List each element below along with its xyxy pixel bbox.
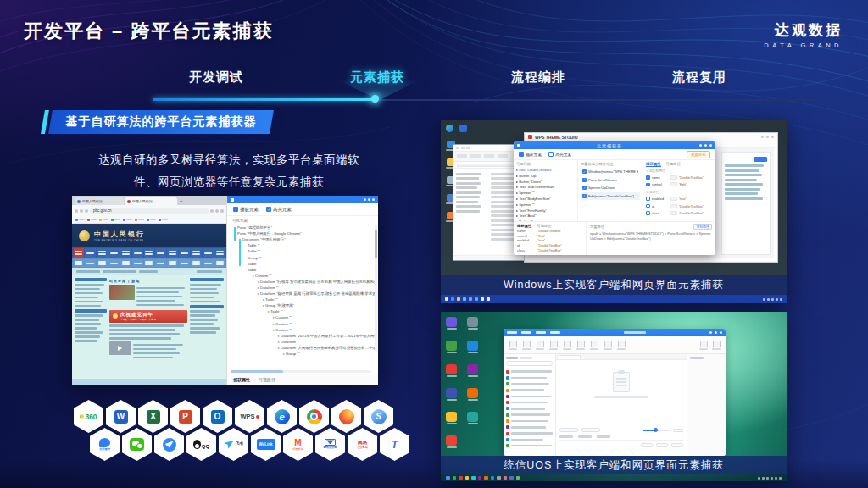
file-name-bar — [511, 432, 553, 435]
app-glyph — [339, 409, 354, 424]
desktop-icon-label-bar — [447, 375, 457, 377]
app-glyph: X — [147, 410, 160, 424]
capture-panel-toolbar: 捕获元素 ✓ 高亮元素 — [227, 203, 378, 216]
tree-node: ▸DataItem "行领导 货币政策委员会 分支机构 中国人民银行分支机构和企… — [231, 279, 375, 285]
dock-app-icon — [516, 476, 520, 480]
menu-icon — [220, 209, 224, 213]
text-bar — [109, 337, 171, 340]
taskbar-app-icon — [463, 297, 466, 301]
bottom-attr-tabs: 捕获属性 可视路径 — [517, 224, 582, 228]
toolbar-icon — [550, 341, 558, 347]
nav-cell-bar — [192, 261, 200, 263]
app-glyph: QQ — [193, 440, 209, 449]
tab-visual-path: 可视路径 — [666, 162, 682, 167]
nav-cell — [191, 248, 202, 258]
capture-element-toggle: 捕获元素 — [519, 152, 542, 157]
nav-cell-bar — [122, 261, 130, 263]
text-bar — [725, 169, 760, 172]
desktop-icon-label-bar — [447, 352, 457, 353]
text-bar — [725, 192, 758, 195]
tree-title: 可视化树 — [516, 162, 575, 166]
bookmark-item — [87, 219, 97, 221]
dialog-xpath-panel: 元素路径 复制路径 xpath = Window(name="WPS THEME… — [587, 222, 715, 255]
progress-dot — [371, 95, 379, 103]
path-row-label: Window(name="WPS THEME STUDIO") — [588, 169, 638, 174]
file-type-icon — [506, 389, 509, 392]
text-bar — [136, 304, 184, 307]
attr-row: id"DoubleTextBox" — [646, 202, 713, 210]
tree-node-label: DataItem "财经要闻 新闻 行政审批公示 政务公开 金融新闻联播 学党史… — [260, 291, 375, 296]
file-type-icon — [506, 432, 509, 435]
nav-cell-bar — [216, 263, 224, 265]
tree-node: ▸DataItem "财经要闻 新闻 行政审批公示 政务公开 金融新闻联播 学党… — [231, 291, 375, 297]
expander-icon: ▸ — [278, 340, 280, 344]
stage-tab-流程编排[interactable]: 流程编排 — [458, 69, 619, 86]
dialog-tree-node: ▸ Button "Up" — [516, 174, 575, 180]
stage-tab-开发调试[interactable]: 开发调试 — [136, 69, 297, 86]
attr-key: name — [652, 175, 669, 180]
dialog-attrs-panel: 捕获属性 可视路径 可选匹配属性✓name"DoubleTextBox"✓con… — [643, 160, 715, 221]
checkbox-checked-icon: ✓ — [266, 207, 271, 212]
supported-apps-row-2: 企业微信QQ飞书WeLinkM阿里邮箱腾讯企业邮网易企业邮箱T — [90, 428, 409, 461]
text-bar — [133, 352, 180, 355]
bookmark-label-bar — [91, 219, 97, 220]
text-bar — [456, 210, 480, 213]
tree-node-label: Custom "" — [275, 322, 292, 326]
stepper-control — [670, 211, 677, 215]
nav-cell-bar — [98, 263, 106, 265]
capture-panel-window: 捕获元素 ✓ 高亮元素 可视化树 Pane "远程协助平台"Pane "中国人民… — [226, 196, 378, 385]
attr-key: control — [517, 234, 537, 238]
text-bar — [190, 314, 215, 317]
tab-visual-path: 可视路径 — [259, 377, 275, 382]
app-icon-dingtalk — [154, 428, 184, 461]
stage-tab-流程复用[interactable]: 流程复用 — [619, 69, 780, 86]
file-name-bar — [511, 389, 544, 391]
bookmark-favicon — [159, 219, 161, 221]
desktop-icon — [446, 317, 457, 330]
attr-key: id — [517, 243, 537, 247]
panel-row-1 — [559, 426, 683, 434]
nav-cell — [155, 259, 166, 267]
text-bar — [133, 348, 176, 351]
banner-title: 庆祝建党百年 — [120, 312, 156, 318]
uos-app-window — [504, 329, 726, 456]
file-type-icon — [506, 438, 509, 441]
panel-row-3 — [559, 441, 683, 449]
toolbar-icon — [509, 341, 517, 347]
tree-node: Table "" — [231, 248, 375, 254]
nav-cell — [214, 248, 225, 258]
nav-cell-bar — [86, 263, 94, 264]
app-glyph: 360 — [80, 413, 97, 421]
profile-icon — [215, 209, 219, 213]
toolbar-button — [549, 341, 558, 350]
dialog-element-tree: 可视化树 ▸ Edit "DoubleTextBox"▸ Button "Up"… — [514, 160, 578, 221]
path-row: ✓Window(name="WPS THEME STUDIO") — [581, 168, 640, 176]
tree-highlight-connector — [239, 239, 241, 266]
nav-cell-bar — [134, 263, 142, 264]
stepper-control — [670, 182, 677, 186]
app-glyph: S — [371, 409, 387, 424]
desktop-icon-label-bar — [447, 446, 457, 448]
toolbar-label-bar — [699, 348, 708, 350]
attr-row: ✓name"DoubleTextBox" — [646, 174, 713, 181]
nav-cell — [132, 248, 143, 258]
expander-icon: ▸ — [263, 303, 264, 308]
toolbar-icon — [604, 341, 612, 347]
tree-node: ▸Table "" — [231, 297, 375, 302]
attr-key: enabled — [652, 197, 669, 201]
tree-node: Table "" — [231, 261, 375, 267]
tree-node-label: DataItem "人民银行召开金融机构货币信贷形势分析…中国人民银行公告〔20… — [281, 346, 375, 350]
panel-row-2 — [559, 434, 683, 441]
desktop-icon-label-bar — [447, 423, 457, 424]
tree-node-label: DataItem "行领导 货币政策委员会 分支机构 中国人民银行分支机构和企事… — [260, 280, 375, 284]
description-line-1: 达观自研的多叉树寻径算法，实现多平台桌面端软 — [51, 149, 407, 171]
toolbar-button — [617, 341, 626, 350]
file-type-icon — [506, 401, 509, 404]
nav-cell — [144, 259, 155, 267]
video-thumbnail — [109, 341, 131, 355]
file-name-bar — [511, 426, 546, 429]
bookmark-favicon — [147, 219, 149, 221]
windows-desktop-top-icons — [446, 125, 467, 132]
screenshot-capture-demo: 中国人民银行 中国人民银行 + pbc.gov.cn — [72, 196, 378, 385]
nav-cell — [85, 248, 96, 258]
